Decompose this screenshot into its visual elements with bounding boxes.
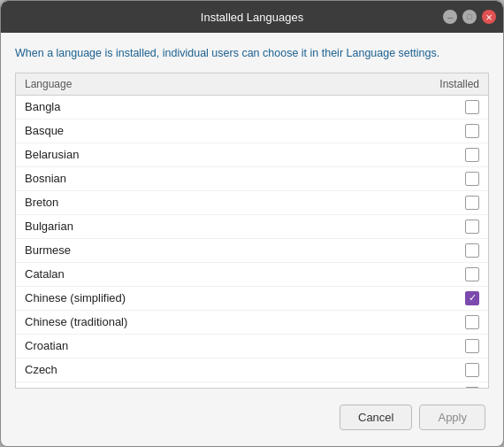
installed-languages-window: Installed Languages When a language is i… (0, 0, 504, 447)
content-area: When a language is installed, individual… (1, 33, 503, 446)
close-button[interactable] (482, 10, 496, 24)
header-installed: Installed (439, 78, 479, 90)
language-label: Bosnian (25, 172, 66, 185)
language-checkbox[interactable] (465, 363, 479, 377)
cancel-button[interactable]: Cancel (340, 405, 412, 430)
language-checkbox[interactable] (465, 339, 479, 353)
language-label: Croatian (25, 339, 68, 352)
table-row[interactable]: Burmese (16, 239, 488, 263)
table-row[interactable]: Chinese (simplified) (16, 287, 488, 311)
language-label: Czech (25, 363, 57, 376)
minimize-button[interactable] (443, 10, 457, 24)
description-text: When a language is installed, individual… (15, 45, 489, 62)
table-row[interactable]: Croatian (16, 335, 488, 358)
maximize-button[interactable] (462, 10, 477, 24)
language-label: Chinese (simplified) (25, 291, 126, 304)
language-checkbox[interactable] (465, 220, 479, 234)
table-row[interactable]: Bulgarian (16, 215, 488, 239)
language-checkbox[interactable] (465, 196, 479, 210)
language-label: Catalan (25, 267, 65, 281)
table-row[interactable]: Bangla (16, 96, 488, 119)
table-row[interactable]: Catalan (16, 263, 488, 287)
header-language: Language (25, 78, 72, 90)
language-checkbox[interactable] (465, 172, 479, 186)
language-label: Breton (25, 196, 58, 209)
language-checkbox[interactable] (465, 267, 479, 281)
table-row[interactable]: Basque (16, 119, 488, 143)
language-label: Bulgarian (25, 220, 73, 233)
language-label: Belarusian (25, 148, 79, 161)
language-label: Bangla (25, 100, 60, 113)
footer: Cancel Apply (15, 399, 489, 437)
language-checkbox[interactable] (465, 243, 479, 258)
window-title: Installed Languages (201, 11, 303, 24)
table-row[interactable]: Czech (16, 358, 488, 382)
language-checkbox[interactable] (465, 387, 479, 389)
table-rows: BanglaBasqueBelarusianBosnianBretonBulga… (16, 96, 488, 389)
titlebar-controls (443, 10, 496, 24)
table-row[interactable]: Bosnian (16, 167, 488, 191)
language-checkbox[interactable] (465, 148, 479, 162)
language-checkbox[interactable] (465, 315, 479, 329)
table-row[interactable]: Chinese (traditional) (16, 311, 488, 335)
language-checkbox[interactable] (465, 124, 479, 138)
table-row[interactable]: Breton (16, 191, 488, 215)
language-label: Chinese (traditional) (25, 315, 127, 328)
table-header: Language Installed (16, 73, 488, 96)
table-row[interactable]: Danish (16, 382, 488, 389)
language-table[interactable]: Language Installed BanglaBasqueBelarusia… (15, 73, 489, 389)
titlebar: Installed Languages (1, 1, 503, 33)
language-label: Danish (25, 387, 60, 389)
language-label: Basque (25, 124, 64, 137)
table-row[interactable]: Belarusian (16, 143, 488, 167)
language-checkbox[interactable] (465, 100, 479, 114)
language-label: Burmese (25, 243, 71, 257)
apply-button[interactable]: Apply (419, 405, 485, 430)
language-checkbox[interactable] (465, 291, 479, 305)
